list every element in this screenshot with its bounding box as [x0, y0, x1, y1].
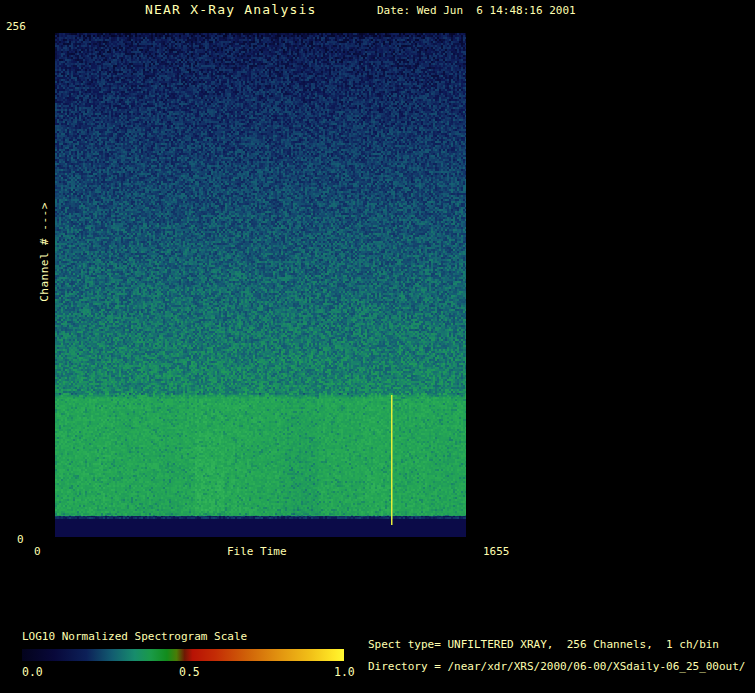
colorbar-tick-max: 1.0 — [334, 666, 355, 678]
near-xray-analysis-window: NEAR X-Ray Analysis Date: Wed Jun 6 14:4… — [0, 0, 755, 693]
y-axis-min-label: 0 — [17, 534, 24, 546]
spectrogram-heatmap[interactable] — [55, 33, 466, 537]
header-date: Date: Wed Jun 6 14:48:16 2001 — [377, 5, 576, 17]
spect-type-text: Spect type= UNFILTERED XRAY, 256 Channel… — [368, 639, 719, 651]
page-title: NEAR X-Ray Analysis — [145, 4, 317, 16]
directory-text: Directory = /near/xdr/XRS/2000/06-00/XSd… — [368, 661, 746, 673]
colorbar-title: LOG10 Normalized Spectrogram Scale — [22, 631, 247, 643]
colorbar-gradient — [22, 649, 344, 661]
colorbar-tick-mid: 0.5 — [179, 666, 200, 678]
y-axis-max-label: 256 — [6, 21, 26, 33]
x-axis-title: File Time — [227, 546, 287, 558]
x-axis-min-label: 0 — [34, 546, 41, 558]
colorbar-tick-min: 0.0 — [22, 666, 43, 678]
y-axis-title: Channel # ---> — [39, 202, 51, 302]
x-axis-max-label: 1655 — [483, 546, 510, 558]
